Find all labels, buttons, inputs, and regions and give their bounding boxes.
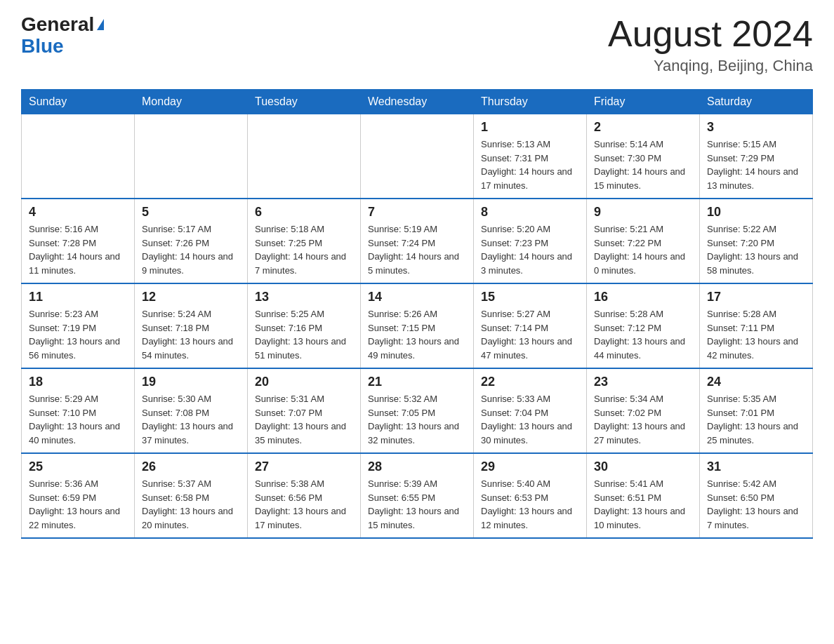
day-info: Sunrise: 5:28 AM Sunset: 7:11 PM Dayligh…	[707, 307, 805, 362]
weekday-header-tuesday: Tuesday	[248, 90, 361, 114]
day-number: 22	[481, 375, 579, 389]
day-info: Sunrise: 5:42 AM Sunset: 6:50 PM Dayligh…	[707, 477, 805, 532]
calendar-title: August 2024	[608, 14, 813, 54]
day-number: 12	[142, 290, 240, 304]
calendar-day: 22Sunrise: 5:33 AM Sunset: 7:04 PM Dayli…	[474, 368, 587, 453]
day-number: 17	[707, 290, 805, 304]
day-number: 30	[594, 459, 692, 474]
day-number: 3	[707, 120, 805, 135]
day-number: 7	[368, 205, 466, 220]
calendar-day	[135, 114, 248, 199]
day-number: 9	[594, 205, 692, 220]
day-number: 1	[481, 120, 579, 135]
day-info: Sunrise: 5:39 AM Sunset: 6:55 PM Dayligh…	[368, 477, 466, 532]
calendar-day: 7Sunrise: 5:19 AM Sunset: 7:24 PM Daylig…	[361, 199, 474, 283]
day-number: 31	[707, 459, 805, 474]
day-info: Sunrise: 5:40 AM Sunset: 6:53 PM Dayligh…	[481, 477, 579, 532]
day-info: Sunrise: 5:41 AM Sunset: 6:51 PM Dayligh…	[594, 477, 692, 532]
title-block: August 2024 Yanqing, Beijing, China	[608, 14, 813, 75]
day-number: 4	[29, 205, 127, 220]
day-number: 8	[481, 205, 579, 220]
day-info: Sunrise: 5:30 AM Sunset: 7:08 PM Dayligh…	[142, 392, 240, 447]
day-number: 25	[29, 459, 127, 474]
logo-general-text: General	[21, 14, 94, 36]
calendar-day: 13Sunrise: 5:25 AM Sunset: 7:16 PM Dayli…	[248, 283, 361, 368]
day-info: Sunrise: 5:18 AM Sunset: 7:25 PM Dayligh…	[255, 222, 353, 277]
weekday-header-row: SundayMondayTuesdayWednesdayThursdayFrid…	[22, 90, 813, 114]
day-number: 24	[707, 375, 805, 389]
day-info: Sunrise: 5:13 AM Sunset: 7:31 PM Dayligh…	[481, 137, 579, 192]
day-info: Sunrise: 5:26 AM Sunset: 7:15 PM Dayligh…	[368, 307, 466, 362]
logo: General Blue	[21, 14, 104, 58]
day-number: 11	[29, 290, 127, 304]
calendar-day: 23Sunrise: 5:34 AM Sunset: 7:02 PM Dayli…	[587, 368, 700, 453]
calendar-week-row: 11Sunrise: 5:23 AM Sunset: 7:19 PM Dayli…	[22, 283, 813, 368]
day-info: Sunrise: 5:15 AM Sunset: 7:29 PM Dayligh…	[707, 137, 805, 192]
calendar-week-row: 25Sunrise: 5:36 AM Sunset: 6:59 PM Dayli…	[22, 453, 813, 538]
logo-blue-text: Blue	[21, 36, 104, 58]
calendar-day: 14Sunrise: 5:26 AM Sunset: 7:15 PM Dayli…	[361, 283, 474, 368]
calendar-day	[361, 114, 474, 199]
calendar-day: 11Sunrise: 5:23 AM Sunset: 7:19 PM Dayli…	[22, 283, 135, 368]
day-info: Sunrise: 5:16 AM Sunset: 7:28 PM Dayligh…	[29, 222, 127, 277]
day-number: 21	[368, 375, 466, 389]
calendar-day: 28Sunrise: 5:39 AM Sunset: 6:55 PM Dayli…	[361, 453, 474, 538]
logo-triangle-icon	[97, 19, 104, 30]
calendar-header: SundayMondayTuesdayWednesdayThursdayFrid…	[22, 90, 813, 114]
day-info: Sunrise: 5:22 AM Sunset: 7:20 PM Dayligh…	[707, 222, 805, 277]
day-info: Sunrise: 5:34 AM Sunset: 7:02 PM Dayligh…	[594, 392, 692, 447]
calendar-day: 17Sunrise: 5:28 AM Sunset: 7:11 PM Dayli…	[700, 283, 813, 368]
day-info: Sunrise: 5:27 AM Sunset: 7:14 PM Dayligh…	[481, 307, 579, 362]
day-number: 20	[255, 375, 353, 389]
day-info: Sunrise: 5:28 AM Sunset: 7:12 PM Dayligh…	[594, 307, 692, 362]
weekday-header-sunday: Sunday	[22, 90, 135, 114]
day-number: 23	[594, 375, 692, 389]
calendar-day: 27Sunrise: 5:38 AM Sunset: 6:56 PM Dayli…	[248, 453, 361, 538]
day-info: Sunrise: 5:25 AM Sunset: 7:16 PM Dayligh…	[255, 307, 353, 362]
day-info: Sunrise: 5:24 AM Sunset: 7:18 PM Dayligh…	[142, 307, 240, 362]
calendar-day: 8Sunrise: 5:20 AM Sunset: 7:23 PM Daylig…	[474, 199, 587, 283]
calendar-week-row: 18Sunrise: 5:29 AM Sunset: 7:10 PM Dayli…	[22, 368, 813, 453]
day-number: 10	[707, 205, 805, 220]
calendar-week-row: 1Sunrise: 5:13 AM Sunset: 7:31 PM Daylig…	[22, 114, 813, 199]
day-number: 6	[255, 205, 353, 220]
day-info: Sunrise: 5:37 AM Sunset: 6:58 PM Dayligh…	[142, 477, 240, 532]
calendar-day: 4Sunrise: 5:16 AM Sunset: 7:28 PM Daylig…	[22, 199, 135, 283]
calendar-day: 20Sunrise: 5:31 AM Sunset: 7:07 PM Dayli…	[248, 368, 361, 453]
calendar-week-row: 4Sunrise: 5:16 AM Sunset: 7:28 PM Daylig…	[22, 199, 813, 283]
weekday-header-monday: Monday	[135, 90, 248, 114]
calendar-day: 9Sunrise: 5:21 AM Sunset: 7:22 PM Daylig…	[587, 199, 700, 283]
day-number: 5	[142, 205, 240, 220]
day-info: Sunrise: 5:19 AM Sunset: 7:24 PM Dayligh…	[368, 222, 466, 277]
calendar-day: 12Sunrise: 5:24 AM Sunset: 7:18 PM Dayli…	[135, 283, 248, 368]
calendar-day: 31Sunrise: 5:42 AM Sunset: 6:50 PM Dayli…	[700, 453, 813, 538]
calendar-subtitle: Yanqing, Beijing, China	[608, 57, 813, 75]
calendar-table: SundayMondayTuesdayWednesdayThursdayFrid…	[21, 89, 813, 539]
day-info: Sunrise: 5:35 AM Sunset: 7:01 PM Dayligh…	[707, 392, 805, 447]
weekday-header-friday: Friday	[587, 90, 700, 114]
calendar-day: 21Sunrise: 5:32 AM Sunset: 7:05 PM Dayli…	[361, 368, 474, 453]
day-info: Sunrise: 5:38 AM Sunset: 6:56 PM Dayligh…	[255, 477, 353, 532]
day-number: 27	[255, 459, 353, 474]
calendar-day: 29Sunrise: 5:40 AM Sunset: 6:53 PM Dayli…	[474, 453, 587, 538]
day-info: Sunrise: 5:14 AM Sunset: 7:30 PM Dayligh…	[594, 137, 692, 192]
day-number: 28	[368, 459, 466, 474]
calendar-day: 15Sunrise: 5:27 AM Sunset: 7:14 PM Dayli…	[474, 283, 587, 368]
day-number: 26	[142, 459, 240, 474]
day-info: Sunrise: 5:33 AM Sunset: 7:04 PM Dayligh…	[481, 392, 579, 447]
calendar-day: 2Sunrise: 5:14 AM Sunset: 7:30 PM Daylig…	[587, 114, 700, 199]
day-info: Sunrise: 5:20 AM Sunset: 7:23 PM Dayligh…	[481, 222, 579, 277]
calendar-day: 5Sunrise: 5:17 AM Sunset: 7:26 PM Daylig…	[135, 199, 248, 283]
calendar-day: 26Sunrise: 5:37 AM Sunset: 6:58 PM Dayli…	[135, 453, 248, 538]
day-info: Sunrise: 5:36 AM Sunset: 6:59 PM Dayligh…	[29, 477, 127, 532]
day-number: 13	[255, 290, 353, 304]
calendar-day: 25Sunrise: 5:36 AM Sunset: 6:59 PM Dayli…	[22, 453, 135, 538]
day-number: 18	[29, 375, 127, 389]
calendar-day: 19Sunrise: 5:30 AM Sunset: 7:08 PM Dayli…	[135, 368, 248, 453]
day-info: Sunrise: 5:17 AM Sunset: 7:26 PM Dayligh…	[142, 222, 240, 277]
calendar-day	[248, 114, 361, 199]
day-info: Sunrise: 5:23 AM Sunset: 7:19 PM Dayligh…	[29, 307, 127, 362]
day-info: Sunrise: 5:21 AM Sunset: 7:22 PM Dayligh…	[594, 222, 692, 277]
calendar-day: 10Sunrise: 5:22 AM Sunset: 7:20 PM Dayli…	[700, 199, 813, 283]
calendar-body: 1Sunrise: 5:13 AM Sunset: 7:31 PM Daylig…	[22, 114, 813, 539]
